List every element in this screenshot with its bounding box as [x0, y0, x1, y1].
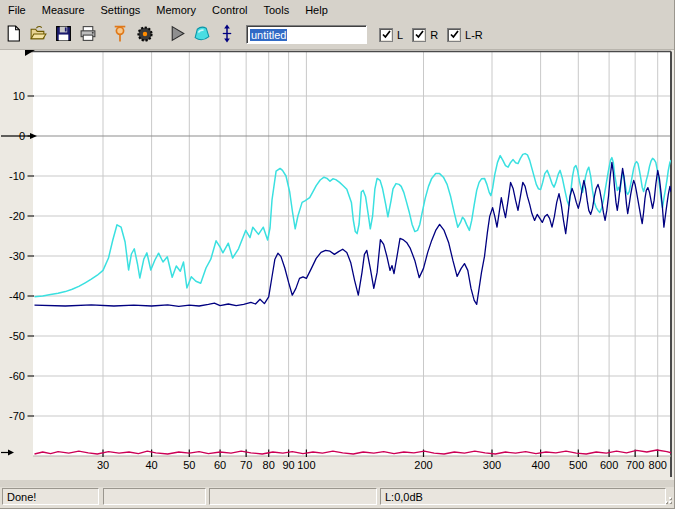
- svg-text:-10: -10: [9, 170, 25, 182]
- svg-text:70: 70: [240, 459, 252, 471]
- svg-text:600: 600: [600, 459, 618, 471]
- svg-text:-20: -20: [9, 210, 25, 222]
- status-message: Done!: [2, 488, 99, 505]
- svg-text:90: 90: [282, 459, 294, 471]
- svg-text:80: 80: [263, 459, 275, 471]
- print-button[interactable]: [76, 23, 100, 47]
- open-button[interactable]: [26, 23, 50, 47]
- svg-text:400: 400: [531, 459, 549, 471]
- menu-memory[interactable]: Memory: [148, 1, 204, 19]
- meter-button[interactable]: [133, 23, 157, 47]
- spectrum-plot: 100-10-20-30-40-50-60-703040506070809010…: [0, 50, 675, 480]
- status-level: L:0,0dB: [380, 488, 666, 505]
- analyzer-window: File Measure Settings Memory Control Too…: [0, 0, 675, 509]
- svg-text:40: 40: [145, 459, 157, 471]
- checkbox-box: [412, 28, 426, 42]
- menu-bar: File Measure Settings Memory Control Too…: [0, 0, 675, 21]
- spectrum-chart: 100-10-20-30-40-50-60-703040506070809010…: [0, 50, 675, 480]
- svg-text:50: 50: [183, 459, 195, 471]
- vertical-scale-icon: [218, 24, 236, 45]
- open-folder-icon: [29, 25, 47, 44]
- analyzer-icon: [192, 24, 212, 46]
- svg-text:-40: -40: [9, 290, 25, 302]
- checkbox-label: L: [397, 28, 403, 41]
- resize-grip[interactable]: [661, 493, 673, 507]
- menu-settings[interactable]: Settings: [93, 1, 149, 19]
- analyzer-button[interactable]: [190, 23, 214, 47]
- svg-text:100: 100: [297, 459, 315, 471]
- menu-file[interactable]: File: [0, 1, 34, 19]
- level-meter-icon: [136, 25, 154, 45]
- checkbox-label: R: [430, 28, 438, 41]
- status-panel-3: [209, 488, 377, 505]
- checkbox-right-channel[interactable]: R: [412, 28, 438, 42]
- checkbox-label: L-R: [465, 28, 483, 41]
- status-panel-2: [103, 488, 206, 505]
- svg-text:-70: -70: [9, 410, 25, 422]
- svg-text:60: 60: [214, 459, 226, 471]
- checkbox-box: [447, 28, 461, 42]
- svg-text:-60: -60: [9, 370, 25, 382]
- svg-text:30: 30: [97, 459, 109, 471]
- scale-button[interactable]: [215, 23, 239, 47]
- new-document-icon: [5, 25, 22, 44]
- measurement-name-value: untitled: [250, 29, 287, 41]
- checkbox-box: [379, 28, 393, 42]
- printer-icon: [79, 25, 97, 44]
- play-icon: [168, 24, 187, 45]
- new-button[interactable]: [1, 23, 25, 47]
- channel-checkboxes: L R L-R: [379, 28, 492, 42]
- plot-background: [33, 52, 671, 457]
- svg-text:200: 200: [414, 459, 432, 471]
- check-icon: [415, 30, 424, 39]
- status-bar: Done! L:0,0dB: [0, 487, 675, 508]
- svg-text:700: 700: [626, 459, 644, 471]
- menu-measure[interactable]: Measure: [34, 1, 93, 19]
- generator-button[interactable]: [108, 23, 132, 47]
- toolbar: untitled L R L-R: [0, 20, 675, 50]
- play-button[interactable]: [165, 23, 189, 47]
- signal-generator-icon: [111, 25, 129, 45]
- svg-text:-30: -30: [9, 250, 25, 262]
- svg-text:300: 300: [483, 459, 501, 471]
- checkbox-left-minus-right[interactable]: L-R: [447, 28, 483, 42]
- svg-text:500: 500: [569, 459, 587, 471]
- save-floppy-icon: [55, 25, 72, 44]
- menu-tools[interactable]: Tools: [255, 1, 297, 19]
- check-icon: [450, 30, 459, 39]
- check-icon: [382, 30, 391, 39]
- svg-text:-50: -50: [9, 330, 25, 342]
- menu-help[interactable]: Help: [297, 1, 336, 19]
- svg-text:800: 800: [649, 459, 667, 471]
- measurement-name-input[interactable]: untitled: [246, 25, 367, 44]
- checkbox-left-channel[interactable]: L: [379, 28, 403, 42]
- menu-control[interactable]: Control: [204, 1, 255, 19]
- save-button[interactable]: [51, 23, 75, 47]
- svg-text:10: 10: [13, 90, 25, 102]
